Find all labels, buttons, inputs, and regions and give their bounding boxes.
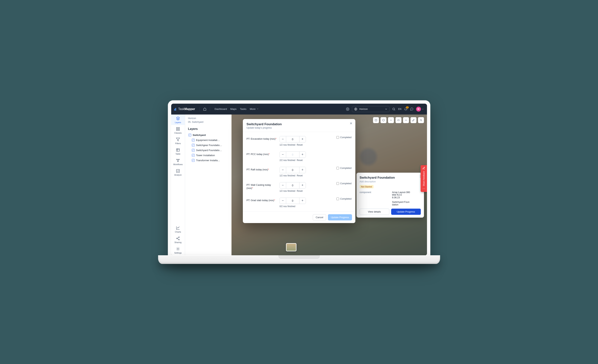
checkbox-icon[interactable] — [189, 134, 191, 136]
close-icon[interactable] — [349, 122, 353, 125]
increment-button[interactable]: + — [299, 136, 306, 142]
completed-wrap: Completed — [309, 182, 352, 185]
completed-checkbox[interactable]: Completed — [336, 198, 351, 200]
chevron-down-icon — [385, 108, 387, 110]
reset-link[interactable]: Reset — [297, 144, 303, 146]
svg-rect-16 — [375, 119, 377, 121]
rail-filters[interactable]: Filters — [171, 135, 185, 146]
tree-item[interactable]: Switchgear Foundatio… — [187, 143, 230, 148]
topbar: TaskMapper Dashboard Maps Tasks More — [171, 104, 427, 115]
tree-item[interactable]: Tower Installation — [187, 153, 230, 158]
asset-picker[interactable]: Horizon — [352, 106, 390, 112]
layer-tree: Switchyard Equipment Installati… Switchg… — [185, 132, 231, 165]
card-description[interactable]: Add description — [360, 180, 421, 183]
rail-charts[interactable]: Charts — [171, 224, 185, 234]
update-progress-button[interactable]: Update Progress — [391, 209, 421, 215]
tool-point-icon[interactable] — [388, 117, 394, 123]
layers-icon — [176, 116, 180, 121]
completed-wrap: Completed — [309, 136, 352, 139]
share-icon — [176, 236, 180, 240]
checkbox-icon[interactable] — [192, 149, 195, 152]
quantity-input[interactable] — [286, 152, 299, 158]
tree-root[interactable]: Switchyard — [187, 132, 230, 138]
tree-item[interactable]: Transformer Installa… — [187, 158, 230, 163]
gear-icon[interactable] — [346, 108, 349, 111]
more-horizontal-icon: ⋯ — [423, 187, 425, 190]
home-icon[interactable] — [203, 108, 207, 111]
tool-ellipse-icon[interactable] — [396, 117, 401, 123]
field-label: PT: PCC today (nos)* — [247, 151, 277, 156]
checkbox-icon[interactable] — [192, 144, 195, 147]
reset-link[interactable]: Reset — [297, 174, 303, 177]
feedback-tab[interactable]: Share feedback ⋯ — [421, 165, 427, 192]
map-thumbnail[interactable] — [286, 243, 297, 251]
feedback-label: Share feedback — [423, 171, 425, 186]
rail-sharing[interactable]: Sharing — [171, 234, 185, 245]
svg-point-15 — [177, 248, 179, 249]
completed-checkbox[interactable]: Completed — [336, 182, 351, 185]
tool-measure-icon[interactable] — [403, 117, 409, 123]
nav-more[interactable]: More — [250, 108, 259, 110]
submit-button[interactable]: Update Progress — [328, 214, 352, 220]
checkbox-icon[interactable] — [192, 154, 195, 157]
completed-checkbox[interactable]: Completed — [336, 136, 351, 139]
quantity-input[interactable] — [286, 136, 299, 142]
tool-eyedropper-icon[interactable] — [410, 117, 416, 123]
app-root: TaskMapper Dashboard Maps Tasks More — [171, 104, 427, 256]
bell-icon[interactable]: 6 — [404, 108, 407, 111]
completed-checkbox[interactable]: Completed — [336, 167, 351, 169]
quantity-control: −+2/2 nos finishedReset — [280, 151, 306, 162]
nav-dashboard[interactable]: Dashboard — [215, 108, 227, 110]
tool-square-icon[interactable] — [373, 117, 379, 123]
decrement-button[interactable]: − — [280, 136, 286, 142]
increment-button[interactable]: + — [299, 198, 306, 204]
tool-circle-icon[interactable] — [381, 117, 386, 123]
card-title: Switchyard Foundation — [360, 176, 421, 180]
chat-icon[interactable] — [410, 108, 414, 111]
tree-item[interactable]: Switchyard Foundatio… — [187, 148, 230, 153]
nav-tasks[interactable]: Tasks — [240, 108, 246, 110]
crumb-1[interactable]: Horizon — [188, 116, 228, 120]
rail-table[interactable]: Table — [171, 146, 185, 157]
view-details-button[interactable]: View details — [360, 209, 389, 215]
tree-item[interactable]: Equipment Installati… — [187, 138, 230, 143]
nav-maps[interactable]: Maps — [230, 108, 236, 110]
map-tools — [373, 117, 424, 123]
decrement-button[interactable]: − — [280, 198, 286, 204]
lang-button[interactable]: EN — [398, 108, 401, 110]
increment-button[interactable]: + — [299, 152, 306, 158]
quantity-input[interactable] — [286, 182, 299, 188]
user-menu[interactable]: M — [416, 107, 424, 112]
checkbox-icon[interactable] — [192, 139, 195, 141]
cancel-button[interactable]: Cancel — [313, 214, 326, 220]
decrement-button[interactable]: − — [280, 152, 286, 158]
chart-icon — [176, 226, 180, 230]
rail-layers[interactable]: Layers — [171, 115, 185, 125]
quantity-control: −+1/2 nos finishedReset — [280, 136, 306, 146]
brand[interactable]: TaskMapper — [174, 108, 195, 111]
rail-classes[interactable]: Classes — [171, 125, 185, 135]
left-rail: Layers Classes Filters Table — [171, 115, 185, 256]
quantity-input[interactable] — [286, 167, 299, 173]
workflow-icon — [176, 158, 180, 163]
helper-text: 1/2 nos finishedReset — [280, 190, 306, 192]
rail-workflows[interactable]: Workflows — [171, 157, 185, 167]
avatar: M — [416, 107, 421, 112]
svg-point-0 — [347, 108, 348, 109]
reset-link[interactable]: Reset — [297, 190, 303, 192]
crumb-2[interactable]: 05. Switchyard — [188, 120, 228, 124]
svg-point-19 — [397, 119, 399, 121]
rail-settings[interactable]: Settings — [171, 245, 185, 256]
search-icon[interactable] — [392, 108, 396, 111]
tool-search-icon[interactable] — [418, 117, 424, 123]
reset-link[interactable]: Reset — [297, 159, 303, 162]
quantity-input[interactable] — [286, 198, 299, 204]
increment-button[interactable]: + — [299, 167, 306, 173]
decrement-button[interactable]: − — [280, 182, 286, 188]
increment-button[interactable]: + — [299, 182, 306, 188]
progress-row: PT: Excavation today (nos)*−+1/2 nos fin… — [247, 133, 352, 149]
rail-analyze[interactable]: Analyze — [171, 167, 185, 177]
checkbox-icon[interactable] — [192, 159, 195, 162]
decrement-button[interactable]: − — [280, 167, 286, 173]
pencil-icon — [422, 167, 425, 170]
